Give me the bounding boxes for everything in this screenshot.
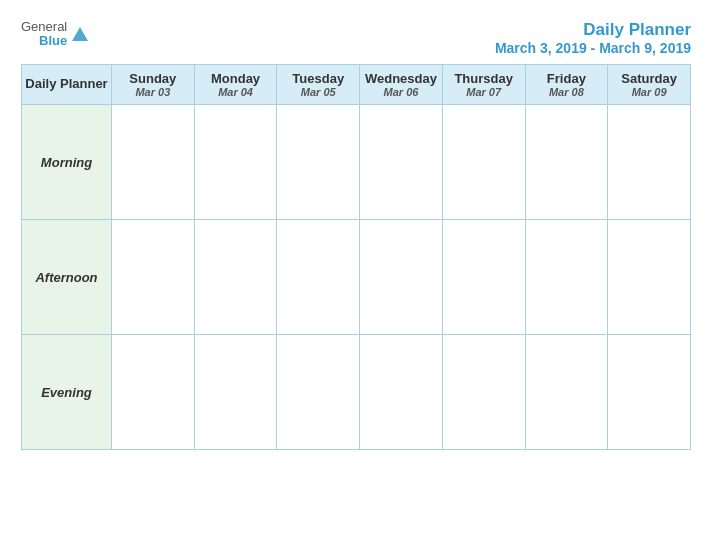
cell-evening-thursday[interactable]: [442, 335, 525, 450]
cell-morning-friday[interactable]: [525, 105, 608, 220]
cell-evening-tuesday[interactable]: [277, 335, 360, 450]
header: General Blue Daily Planner March 3, 2019…: [11, 10, 701, 64]
cell-evening-monday[interactable]: [194, 335, 277, 450]
title-block: Daily Planner March 3, 2019 - March 9, 2…: [495, 20, 691, 56]
planner-table: Daily Planner Sunday Mar 03 Monday Mar 0…: [21, 64, 691, 450]
cell-evening-friday[interactable]: [525, 335, 608, 450]
col-header-sunday: Sunday Mar 03: [112, 65, 195, 105]
col-header-saturday: Saturday Mar 09: [608, 65, 691, 105]
cell-morning-tuesday[interactable]: [277, 105, 360, 220]
label-afternoon: Afternoon: [22, 220, 112, 335]
logo-icon: [71, 25, 89, 43]
cell-afternoon-tuesday[interactable]: [277, 220, 360, 335]
col-header-tuesday: Tuesday Mar 05: [277, 65, 360, 105]
cell-morning-monday[interactable]: [194, 105, 277, 220]
cell-morning-wednesday[interactable]: [360, 105, 443, 220]
cell-afternoon-thursday[interactable]: [442, 220, 525, 335]
col-header-label: Daily Planner: [22, 65, 112, 105]
label-morning: Morning: [22, 105, 112, 220]
cell-evening-saturday[interactable]: [608, 335, 691, 450]
logo: General Blue: [21, 20, 89, 49]
cell-afternoon-monday[interactable]: [194, 220, 277, 335]
calendar-wrapper: Daily Planner Sunday Mar 03 Monday Mar 0…: [11, 64, 701, 460]
col-header-wednesday: Wednesday Mar 06: [360, 65, 443, 105]
cell-morning-saturday[interactable]: [608, 105, 691, 220]
cell-evening-wednesday[interactable]: [360, 335, 443, 450]
cell-morning-thursday[interactable]: [442, 105, 525, 220]
col-header-thursday: Thursday Mar 07: [442, 65, 525, 105]
cell-afternoon-wednesday[interactable]: [360, 220, 443, 335]
header-row: Daily Planner Sunday Mar 03 Monday Mar 0…: [22, 65, 691, 105]
row-afternoon: Afternoon: [22, 220, 691, 335]
logo-blue: Blue: [39, 34, 67, 48]
col-header-friday: Friday Mar 08: [525, 65, 608, 105]
col-header-monday: Monday Mar 04: [194, 65, 277, 105]
row-evening: Evening: [22, 335, 691, 450]
cell-morning-sunday[interactable]: [112, 105, 195, 220]
svg-marker-0: [72, 27, 88, 41]
cell-evening-sunday[interactable]: [112, 335, 195, 450]
cell-afternoon-friday[interactable]: [525, 220, 608, 335]
logo-general: General: [21, 20, 67, 34]
cell-afternoon-saturday[interactable]: [608, 220, 691, 335]
row-morning: Morning: [22, 105, 691, 220]
date-range: March 3, 2019 - March 9, 2019: [495, 40, 691, 56]
page-title: Daily Planner: [495, 20, 691, 40]
label-evening: Evening: [22, 335, 112, 450]
cell-afternoon-sunday[interactable]: [112, 220, 195, 335]
page: General Blue Daily Planner March 3, 2019…: [11, 10, 701, 540]
